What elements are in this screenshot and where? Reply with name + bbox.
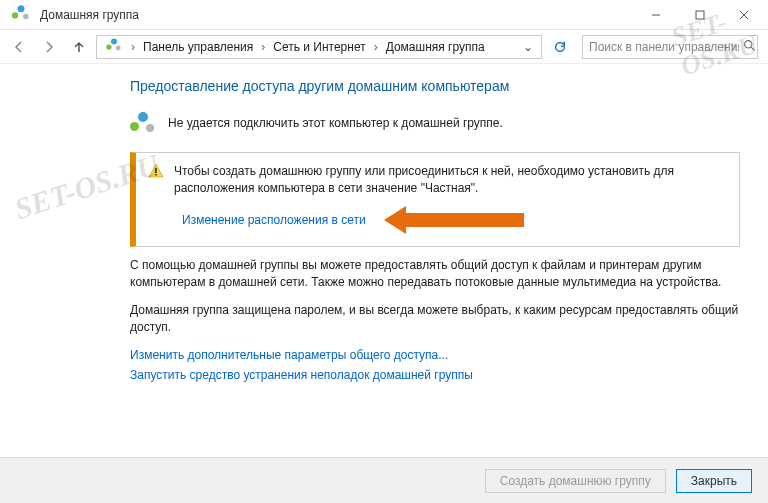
- refresh-button[interactable]: [548, 35, 572, 59]
- page-heading: Предоставление доступа другим домашним к…: [130, 78, 740, 94]
- warning-icon: [148, 163, 164, 179]
- chevron-right-icon[interactable]: ›: [131, 40, 135, 54]
- search-box[interactable]: [582, 35, 758, 59]
- chevron-down-icon[interactable]: ⌄: [519, 40, 537, 54]
- change-network-location-link[interactable]: Изменение расположения в сети: [182, 213, 366, 227]
- troubleshooter-link[interactable]: Запустить средство устранения неполадок …: [130, 368, 473, 382]
- breadcrumb-network-internet[interactable]: Сеть и Интернет: [269, 40, 369, 54]
- up-button[interactable]: [66, 34, 92, 60]
- toolbar: › Панель управления › Сеть и Интернет › …: [0, 30, 768, 64]
- chevron-right-icon[interactable]: ›: [261, 40, 265, 54]
- warning-box: Чтобы создать домашнюю группу или присое…: [130, 152, 740, 247]
- breadcrumb-homegroup[interactable]: Домашняя группа: [382, 40, 489, 54]
- annotation-arrow: [384, 206, 524, 234]
- search-input[interactable]: [589, 40, 739, 54]
- svg-point-4: [745, 40, 752, 47]
- info-paragraph-1: С помощью домашней группы вы можете пред…: [130, 257, 740, 292]
- search-icon[interactable]: [743, 39, 756, 55]
- svg-line-5: [751, 47, 754, 50]
- maximize-button[interactable]: [678, 1, 722, 29]
- warning-message: Чтобы создать домашнюю группу или присое…: [174, 163, 727, 198]
- chevron-right-icon[interactable]: ›: [374, 40, 378, 54]
- info-paragraph-2: Домашняя группа защищена паролем, и вы в…: [130, 302, 740, 337]
- homegroup-icon: [101, 34, 127, 59]
- footer-bar: Создать домашнюю группу Закрыть: [0, 457, 768, 503]
- homegroup-icon: [130, 112, 156, 134]
- svg-rect-6: [155, 168, 157, 173]
- back-button[interactable]: [6, 34, 32, 60]
- window-title: Домашняя группа: [40, 8, 634, 22]
- breadcrumb-control-panel[interactable]: Панель управления: [139, 40, 257, 54]
- status-text: Не удается подключить этот компьютер к д…: [168, 116, 503, 130]
- minimize-button[interactable]: [634, 1, 678, 29]
- close-button[interactable]: [722, 1, 766, 29]
- advanced-sharing-link[interactable]: Изменить дополнительные параметры общего…: [130, 348, 448, 362]
- close-dialog-button[interactable]: Закрыть: [676, 469, 752, 493]
- create-homegroup-button: Создать домашнюю группу: [485, 469, 666, 493]
- status-row: Не удается подключить этот компьютер к д…: [130, 112, 740, 134]
- titlebar: Домашняя группа: [0, 0, 768, 30]
- svg-rect-7: [155, 174, 157, 176]
- forward-button[interactable]: [36, 34, 62, 60]
- content-area: Предоставление доступа другим домашним к…: [0, 64, 768, 396]
- breadcrumb[interactable]: › Панель управления › Сеть и Интернет › …: [96, 35, 542, 59]
- svg-rect-1: [696, 11, 704, 19]
- homegroup-icon: [8, 2, 34, 27]
